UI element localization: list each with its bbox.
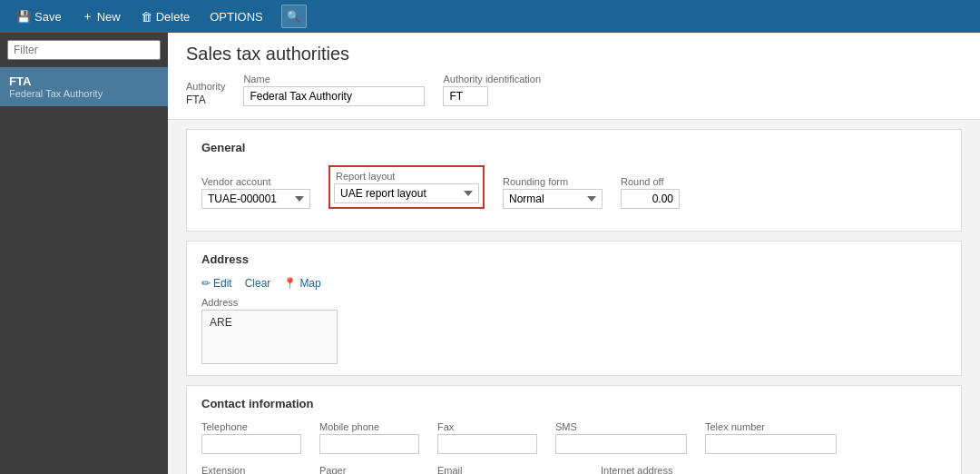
new-button[interactable]: ＋ New xyxy=(73,4,130,29)
sms-label: SMS xyxy=(555,421,687,432)
name-input[interactable] xyxy=(243,86,425,106)
internet-address-group: Internet address xyxy=(601,465,746,474)
round-off-group: Round off xyxy=(621,176,680,209)
round-off-input[interactable] xyxy=(621,189,680,209)
sidebar-item-name: Federal Tax Authority xyxy=(9,88,159,99)
pager-label: Pager xyxy=(319,465,419,474)
telephone-label: Telephone xyxy=(201,421,301,432)
record-header: Authority FTA Name Authority identificat… xyxy=(186,74,962,110)
internet-address-label: Internet address xyxy=(601,465,746,474)
contact-section: Contact information Telephone Mobile pho… xyxy=(186,385,962,474)
mobile-phone-input[interactable] xyxy=(319,434,419,454)
search-button[interactable]: 🔍 xyxy=(281,5,307,28)
filter-input[interactable] xyxy=(7,40,161,60)
content-area: Sales tax authorities Authority FTA Name… xyxy=(168,33,980,474)
vendor-account-label: Vendor account xyxy=(201,176,310,187)
page-header: Sales tax authorities Authority FTA Name… xyxy=(168,33,980,120)
report-layout-label: Report layout xyxy=(334,171,479,182)
address-box: ARE xyxy=(201,310,338,364)
sidebar-item-code: FTA xyxy=(9,74,159,88)
authority-id-input[interactable] xyxy=(443,86,488,106)
authority-id-label: Authority identification xyxy=(443,74,541,84)
address-section-title: Address xyxy=(201,252,946,266)
telephone-group: Telephone xyxy=(201,421,301,454)
round-off-label: Round off xyxy=(621,176,680,187)
sms-group: SMS xyxy=(555,421,687,454)
general-section: General Vendor account TUAE-000001 Repor… xyxy=(186,129,962,232)
authority-label: Authority xyxy=(186,81,225,92)
delete-icon: 🗑 xyxy=(141,10,152,24)
extension-label: Extension xyxy=(201,465,301,474)
telephone-input[interactable] xyxy=(201,434,301,454)
page-title: Sales tax authorities xyxy=(186,44,962,64)
vendor-account-group: Vendor account TUAE-000001 xyxy=(201,176,310,209)
extension-group: Extension xyxy=(201,465,301,474)
sidebar-item-fta[interactable]: FTA Federal Tax Authority xyxy=(0,67,168,106)
address-section: Address ✏ Edit Clear 📍 Map Address ARE xyxy=(186,241,962,376)
sidebar-filter-container xyxy=(0,33,168,67)
authority-value: FTA xyxy=(186,94,225,106)
vendor-account-select[interactable]: TUAE-000001 xyxy=(201,189,310,209)
pager-group: Pager xyxy=(319,465,419,474)
save-icon: 💾 xyxy=(16,10,31,24)
rounding-form-label: Rounding form xyxy=(503,176,603,187)
contact-section-title: Contact information xyxy=(201,397,946,410)
authority-field-group: Authority FTA xyxy=(186,81,225,106)
save-button[interactable]: 💾 Save xyxy=(7,4,71,29)
sms-input[interactable] xyxy=(555,434,687,454)
fax-group: Fax xyxy=(437,421,537,454)
telex-input[interactable] xyxy=(705,434,837,454)
edit-button[interactable]: ✏ Edit xyxy=(201,277,232,290)
contact-row-2: Extension Pager Email Internet address xyxy=(201,465,946,474)
email-group: Email xyxy=(437,465,583,474)
options-button[interactable]: OPTIONS xyxy=(201,4,272,29)
rounding-form-group: Rounding form Normal xyxy=(503,176,603,209)
report-layout-select[interactable]: UAE report layout xyxy=(334,183,479,203)
name-field-group: Name xyxy=(243,74,425,106)
telex-label: Telex number xyxy=(705,421,837,432)
address-label: Address xyxy=(201,297,946,308)
address-actions: ✏ Edit Clear 📍 Map xyxy=(201,277,946,290)
rounding-form-select[interactable]: Normal xyxy=(503,189,603,209)
delete-button[interactable]: 🗑 Delete xyxy=(132,4,200,29)
sidebar: FTA Federal Tax Authority xyxy=(0,33,168,474)
edit-icon: ✏ xyxy=(201,277,211,290)
general-form-row: Vendor account TUAE-000001 Report layout… xyxy=(201,165,946,209)
plus-icon: ＋ xyxy=(82,8,93,25)
fax-label: Fax xyxy=(437,421,537,432)
contact-row-1: Telephone Mobile phone Fax SMS Telex num… xyxy=(201,421,946,454)
report-layout-wrapper: Report layout UAE report layout xyxy=(328,165,485,209)
address-field-group: Address ARE xyxy=(201,297,946,364)
email-label: Email xyxy=(437,465,583,474)
main-layout: FTA Federal Tax Authority Sales tax auth… xyxy=(0,33,980,474)
general-section-title: General xyxy=(201,141,946,154)
toolbar: 💾 Save ＋ New 🗑 Delete OPTIONS 🔍 xyxy=(0,0,980,33)
mobile-phone-group: Mobile phone xyxy=(319,421,419,454)
mobile-phone-label: Mobile phone xyxy=(319,421,419,432)
name-label: Name xyxy=(243,74,425,84)
map-icon: 📍 xyxy=(283,277,297,290)
telex-group: Telex number xyxy=(705,421,837,454)
fax-input[interactable] xyxy=(437,434,537,454)
authority-id-field-group: Authority identification xyxy=(443,74,541,106)
clear-button[interactable]: Clear xyxy=(245,277,271,290)
search-icon: 🔍 xyxy=(287,10,300,23)
map-button[interactable]: 📍 Map xyxy=(283,277,320,290)
